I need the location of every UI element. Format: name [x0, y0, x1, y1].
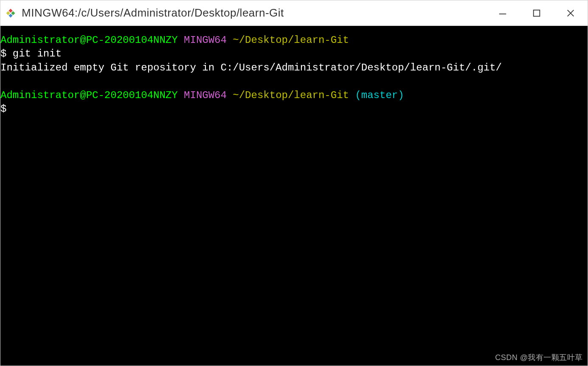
titlebar[interactable]: MINGW64:/c/Users/Administrator/Desktop/l… [0, 0, 588, 26]
svg-rect-6 [534, 10, 540, 16]
window-controls [496, 7, 583, 20]
cwd-path: ~/Desktop/learn-Git [233, 90, 349, 101]
svg-marker-4 [6, 11, 10, 15]
shell-label: MINGW64 [184, 90, 227, 101]
svg-marker-2 [11, 11, 15, 15]
maximize-button[interactable] [530, 7, 543, 20]
svg-marker-3 [8, 14, 12, 17]
minimize-button[interactable] [496, 7, 509, 20]
cwd-path: ~/Desktop/learn-Git [233, 34, 349, 46]
prompt-line-2: Administrator@PC-20200104NNZY MINGW64 ~/… [0, 89, 588, 102]
prompt-line-1: Administrator@PC-20200104NNZY MINGW64 ~/… [0, 34, 588, 47]
user-host: Administrator@PC-20200104NNZY [0, 34, 178, 46]
close-button[interactable] [564, 7, 577, 20]
window-title: MINGW64:/c/Users/Administrator/Desktop/l… [22, 6, 496, 20]
user-host: Administrator@PC-20200104NNZY [0, 90, 178, 101]
blank-line [0, 75, 588, 88]
svg-marker-1 [8, 8, 12, 12]
terminal-window: MINGW64:/c/Users/Administrator/Desktop/l… [0, 0, 588, 366]
command-line-1: $ git init [0, 47, 588, 61]
watermark: CSDN @我有一颗五叶草 [495, 352, 583, 363]
terminal-body[interactable]: Administrator@PC-20200104NNZY MINGW64 ~/… [0, 26, 588, 366]
git-branch: (master) [355, 90, 404, 101]
shell-label: MINGW64 [184, 34, 227, 46]
output-line-1: Initialized empty Git repository in C:/U… [0, 61, 588, 75]
git-bash-icon [5, 7, 17, 19]
command-line-2: $ [0, 102, 588, 116]
